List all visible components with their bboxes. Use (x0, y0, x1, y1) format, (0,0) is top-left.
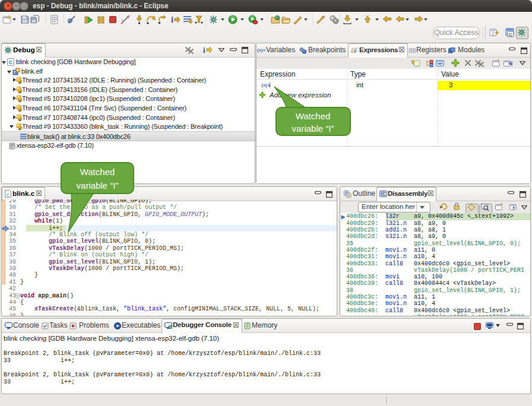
svg-text:c: c (7, 192, 10, 198)
svg-text:variable “I”: variable “I” (77, 180, 119, 191)
svg-text:0: 0 (354, 48, 357, 53)
svg-text:c: c (9, 59, 12, 65)
svg-text:variable “I”: variable “I” (292, 123, 334, 134)
svg-text:i: i (171, 15, 173, 24)
svg-text:i: i (203, 46, 205, 54)
svg-text:Watched: Watched (296, 111, 331, 121)
svg-text:C: C (509, 32, 512, 37)
svg-text:Watched: Watched (80, 167, 115, 177)
